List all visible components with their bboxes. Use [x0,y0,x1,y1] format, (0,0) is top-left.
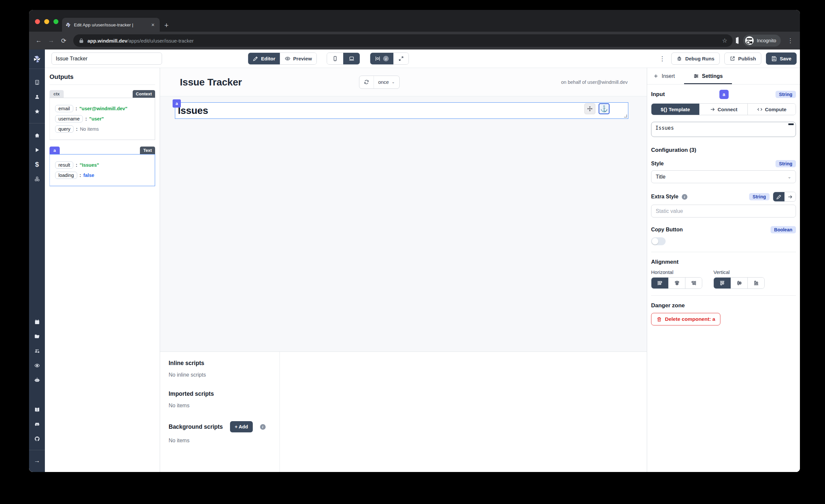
close-window-button[interactable] [35,19,40,24]
docs-book-icon[interactable] [29,402,45,417]
groups-users-icon[interactable] [29,344,45,358]
style-type-badge: String [775,160,796,167]
canvas-grid[interactable]: a Issues ⚓ [160,96,647,352]
zoom-window-button[interactable] [54,19,58,24]
align-v-center-button[interactable] [731,278,747,288]
incognito-icon [745,36,754,45]
publish-button[interactable]: Publish [724,53,761,65]
a-node-tab[interactable]: a [50,147,60,154]
resources-cubes-icon[interactable] [29,172,45,186]
fullscreen-toggle-button[interactable] [393,53,408,64]
windmill-logo[interactable] [29,50,45,69]
schedules-calendar-icon[interactable] [29,314,45,329]
side-panel-icon[interactable] [737,38,739,44]
browser-menu-icon[interactable]: ⋮ [785,37,795,44]
output-key[interactable]: email [55,105,73,112]
align-v-bottom-button[interactable] [747,278,764,288]
output-key[interactable]: loading [55,172,77,179]
text-type-badge: Text [140,147,155,154]
editor-tab-button[interactable]: Editor [248,53,280,64]
discord-icon[interactable] [29,417,45,431]
editor-toolbar: Editor Preview [45,50,800,68]
ctx-node-tab[interactable]: ctx [50,90,64,98]
extra-style-type-badge: String [749,193,769,200]
template-input[interactable]: Issues [651,122,796,137]
home-icon[interactable] [29,128,45,143]
browser-tab[interactable]: Edit App u/user/issue-tracker | ✕ [62,18,160,32]
ai-robot-icon[interactable] [29,373,45,387]
minimize-window-button[interactable] [44,19,49,24]
output-row[interactable]: loading: false [55,172,151,179]
vertical-alignment: Vertical [714,269,765,289]
save-icon [771,56,777,61]
tab-settings[interactable]: Settings [691,68,725,84]
refresh-button[interactable] [359,76,374,88]
extra-style-input[interactable] [651,205,796,218]
preview-tab-button[interactable]: Preview [280,53,316,64]
collapse-arrow-icon[interactable]: → [29,453,45,468]
copy-button-toggle[interactable] [651,237,666,245]
static-edit-button[interactable] [773,192,784,201]
add-background-script-button[interactable]: + Add [230,421,252,432]
new-tab-button[interactable]: + [164,22,169,29]
app-name-input[interactable] [52,53,162,65]
github-icon[interactable] [29,431,45,446]
favorites-star-icon[interactable] [29,104,45,119]
workspace-building-icon[interactable] [29,75,45,89]
canvas-options-toggle: i [370,53,409,65]
output-row[interactable]: username: "user" [55,115,151,123]
folders-icon[interactable] [29,329,45,344]
bookmark-star-icon[interactable]: ☆ [722,37,727,44]
back-button[interactable]: ← [34,37,44,44]
refresh-policy-dropdown[interactable]: once⌄ [374,76,399,88]
debug-runs-button[interactable]: Debug Runs [671,53,720,65]
reload-button[interactable]: ⟳ [59,37,69,45]
app-preview-header: Issue Tracker once⌄ on behalf of user@wi… [160,68,647,96]
align-h-left-button[interactable] [652,278,668,288]
settings-content: Input a String ${} Template Connect [647,84,800,332]
expand-icon [398,56,404,61]
align-v-top-button[interactable] [714,278,731,288]
style-select[interactable]: Title ⌄ [651,170,796,183]
output-key[interactable]: query [55,126,74,133]
divider [651,295,796,296]
user-icon[interactable] [29,89,45,104]
forward-button[interactable]: → [46,37,56,44]
windmill-app: $ [29,50,800,472]
output-row[interactable]: result: "Issues" [55,161,151,169]
tab-close-icon[interactable]: ✕ [149,22,156,28]
runs-play-icon[interactable] [29,143,45,157]
mode-connect-button[interactable]: Connect [699,103,747,115]
move-handle[interactable] [584,103,595,114]
output-key[interactable]: result [55,161,73,169]
delete-component-button[interactable]: Delete component: a [651,313,721,326]
align-h-center-button[interactable] [668,278,685,288]
connect-arrow-button[interactable] [784,192,796,201]
output-key[interactable]: username [55,115,83,123]
save-button[interactable]: Save [766,53,797,65]
align-h-right-button[interactable] [685,278,702,288]
mobile-view-button[interactable] [327,53,343,64]
more-menu-icon[interactable]: ⋮ [658,55,667,62]
style-label: Style [651,161,664,167]
mode-compute-button[interactable]: Compute [747,103,796,115]
selected-component-a[interactable]: a Issues ⚓ [175,102,628,119]
align-right-icon [691,280,697,286]
external-link-icon [730,56,735,61]
desktop-view-button[interactable] [343,53,360,64]
url-omnibox[interactable]: app.windmill.dev/apps/edit/u/user/issue-… [73,34,733,47]
rail-divider [29,123,45,124]
horizontal-alignment: Horizontal [651,269,702,289]
audit-eye-icon[interactable] [29,358,45,373]
outline-toggle-button[interactable]: i [370,53,393,64]
output-row[interactable]: email: "user@windmill.dev" [55,105,151,112]
mode-template-button[interactable]: ${} Template [652,103,699,115]
output-row[interactable]: query: No items [55,126,151,133]
variables-dollar-icon[interactable]: $ [29,157,45,172]
inline-scripts-title: Inline scripts [169,360,271,367]
tab-insert[interactable]: Insert [651,68,677,84]
output-value: "user@windmill.dev" [80,106,128,111]
resize-handle[interactable] [624,115,627,118]
imported-scripts-title: Imported scripts [169,390,271,398]
anchor-toggle[interactable]: ⚓ [599,103,609,114]
